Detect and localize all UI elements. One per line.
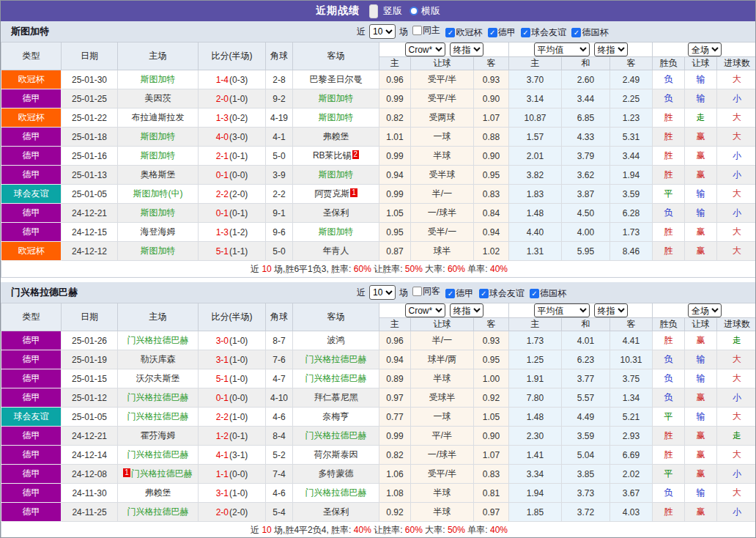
away-odds: 0.95 [474,166,509,185]
col-header-handicap: 让球 [411,57,474,70]
result-goals: 小 [717,166,756,185]
fulltime-select[interactable]: 全场 [688,43,722,56]
odds-company-select[interactable]: Crow* [405,43,445,56]
result-winloss: 负 [653,484,685,503]
col-header-odds-away: 客 [474,318,509,331]
col-header-score: 比分(半场) [199,43,266,70]
home-odds: 0.95 [379,223,411,242]
home-odds: 0.97 [379,388,411,408]
summary-part: 单率: [467,264,487,274]
checkbox-box[interactable] [445,289,455,298]
checkbox-box[interactable] [479,289,489,298]
home-team-cell: 1门兴格拉德巴赫 [118,465,199,484]
checkbox-box[interactable] [521,28,530,37]
league-filter-checkbox[interactable]: 德国杯 [530,287,566,300]
league-filter-checkbox[interactable]: 球会友谊 [479,287,525,300]
avg-away-odds: 1.73 [610,223,653,242]
avg-away-odds: 4.41 [610,331,653,350]
col-header-avg-away: 客 [610,318,653,331]
home-odds: 0.87 [379,242,411,261]
avg-home-odds: 1.57 [509,128,562,147]
col-header-home: 主场 [118,43,199,70]
col-header-handicap: 让球 [411,318,474,331]
avg-draw-odds: 3.87 [562,185,610,204]
avg-home-odds: 10.87 [509,108,562,128]
league-filter-checkbox[interactable]: 德甲 [445,287,473,300]
home-team-cell: 斯图加特 [118,242,199,261]
col-header-corners: 角球 [266,43,293,70]
checkbox-box[interactable] [530,289,539,298]
league-filter-checkbox[interactable]: 德甲 [488,26,516,39]
match-date: 24-11-25 [62,503,118,522]
odds-company-select[interactable]: Crow* [405,303,445,317]
match-count-select[interactable]: 10 [369,24,396,39]
checkbox-box[interactable] [445,28,455,37]
checkbox-box[interactable] [412,26,422,35]
away-odds: 0.95 [474,350,509,369]
odds-group-header: Crow*终指 [379,43,509,57]
score-cell: 0-1(0-0) [199,388,266,408]
result-winloss: 负 [653,350,685,369]
layout-radio-horizontal[interactable]: 横版 [410,4,440,18]
radio-unselected-icon[interactable] [410,7,418,15]
away-team-cell: 斯图加特 [293,89,379,108]
avg-final-select[interactable]: 终指 [594,43,628,56]
league-badge: 德甲 [1,446,62,465]
table-row: 德甲 24-11-25 门兴格拉德巴赫 2-0(2-0) 5-4 圣保利 0.9… [1,503,756,522]
result-handicap: 赢 [685,331,717,350]
score-cell: 4-0(3-0) [199,128,266,147]
avg-select[interactable]: 平均值 [534,43,590,56]
radio-selected-icon[interactable] [369,4,378,18]
away-odds: 0.93 [474,70,509,89]
league-badge: 德甲 [1,204,62,223]
avg-select[interactable]: 平均值 [534,303,590,317]
checkbox-box[interactable] [571,28,581,37]
league-badge: 德甲 [1,427,62,446]
home-odds: 1.08 [379,484,411,503]
league-filter-checkbox[interactable]: 同客 [412,285,440,298]
filter-bar: 斯图加特 近 10 场 同主 欧冠杯 德甲 球会友谊 德国杯 [1,21,755,42]
layout-radio-vertical[interactable]: 竖版 [367,4,402,18]
score-cell: 2-0(1-0) [199,89,266,108]
halftime-score: (0-0) [229,469,248,479]
home-team-name: 门兴格拉德巴赫 [131,468,193,479]
handicap-line: 受平/半 [411,70,474,89]
match-count-select[interactable]: 10 [369,285,396,300]
summary-text: 近 10 场,胜4平2负4, 胜率: 40% 让胜率: 60% 大率: 50% … [251,525,508,535]
avg-away-odds: 6.28 [610,204,653,223]
corners-cell: 3-9 [266,166,293,185]
checkbox-box[interactable] [488,28,497,37]
col-header-avg-draw: 和 [562,318,610,331]
summary-part: 场,胜6平1负3, 胜率: [274,264,351,274]
away-team-cell: 门兴格拉德巴赫 [293,484,379,503]
odds-final-select[interactable]: 终指 [450,43,483,56]
home-team-cell: 斯图加特(中) [118,185,199,204]
checkbox-label: 德国杯 [540,287,566,300]
handicap-line: 一/球半 [411,446,474,465]
match-date: 25-01-15 [62,369,118,388]
match-date: 24-12-12 [62,242,118,261]
league-badge: 德甲 [1,388,62,408]
avg-home-odds: 1.73 [509,331,562,350]
home-team-name: 霍芬海姆 [141,430,176,441]
avg-final-select[interactable]: 终指 [594,303,628,317]
league-filter-checkbox[interactable]: 球会友谊 [521,26,566,39]
league-badge: 欧冠杯 [1,242,62,261]
league-filter-checkbox[interactable]: 欧冠杯 [445,26,482,39]
table-row: 德甲 24-12-14 门兴格拉德巴赫 4-1(3-1) 5-2 荷尔斯泰因 0… [1,446,756,465]
result-winloss: 胜 [653,147,685,166]
odds-final-select[interactable]: 终指 [450,303,483,317]
checkbox-box[interactable] [412,287,422,296]
avg-home-odds: 3.82 [509,166,562,185]
fulltime-select[interactable]: 全场 [688,303,722,317]
corners-cell: 7-4 [266,465,293,484]
fulltime-score: 2-0 [216,94,229,104]
league-filter-checkbox[interactable]: 德国杯 [571,26,608,39]
home-odds: 0.82 [379,108,411,128]
league-filter-checkbox[interactable]: 同主 [412,24,440,37]
score-cell: 1-3(0-2) [199,108,266,128]
avg-group-header: 平均值终指 [509,43,653,57]
away-team-name: 奈梅亨 [323,411,349,421]
league-badge: 欧冠杯 [1,70,62,89]
home-odds: 0.82 [379,446,411,465]
